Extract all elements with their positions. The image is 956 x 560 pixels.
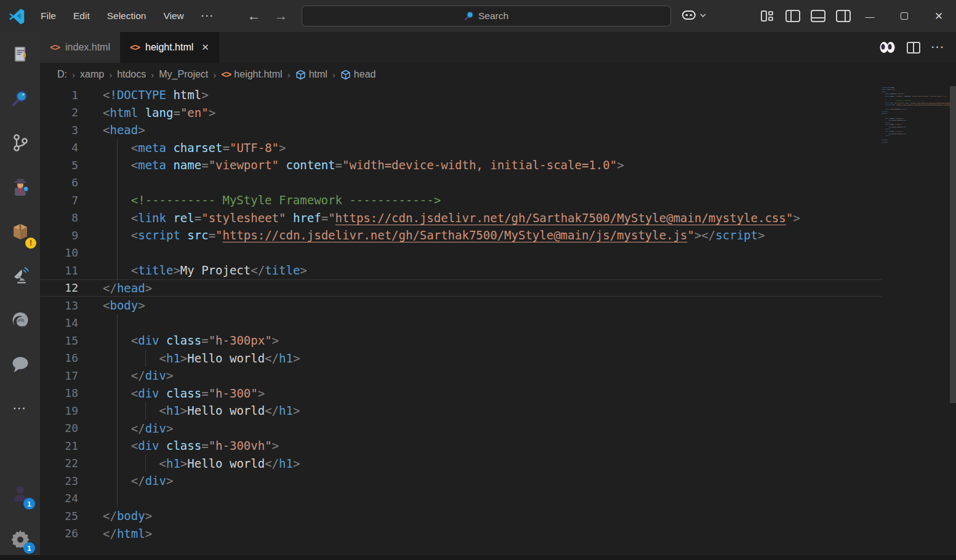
minimize-button[interactable]: — [853, 0, 887, 32]
activity-explorer[interactable] [0, 32, 40, 76]
breadcrumb-separator-icon: › [151, 70, 154, 80]
line-number: 6 [40, 176, 78, 189]
code-content: <h1>Hello world</h1> [78, 350, 882, 367]
vertical-scrollbar[interactable] [950, 86, 956, 560]
code-line[interactable]: 6 [40, 174, 882, 192]
maximize-button[interactable] [887, 0, 922, 32]
code-line[interactable]: 17</div> [40, 367, 882, 385]
code-content: <h1>Hello world</h1> [78, 455, 882, 473]
code-content: </html> [78, 525, 882, 543]
code-line[interactable]: 1<!DOCTYPE html> [40, 86, 882, 104]
line-number: 26 [40, 527, 78, 540]
vscode-logo-icon [8, 7, 25, 25]
breadcrumb-item-htdocs[interactable]: htdocs [117, 69, 146, 80]
activity-debug-detective[interactable] [0, 165, 40, 209]
activity-more[interactable]: ··· [0, 386, 40, 431]
code-content: <div class="h-300px"> [78, 332, 882, 350]
code-line[interactable]: 14 [40, 314, 882, 332]
more-icon: ··· [14, 403, 27, 414]
breadcrumb-item-d:[interactable]: D: [57, 69, 67, 80]
toggle-primary-sidebar-icon[interactable] [785, 10, 800, 22]
line-number: 13 [40, 299, 78, 312]
editor-actions: ··· [879, 32, 956, 63]
code-line[interactable]: 3<head> [40, 121, 882, 139]
code-editor[interactable]: 1<!DOCTYPE html>2<html lang="en">3<head>… [40, 86, 956, 560]
code-line[interactable]: 13<body> [40, 297, 882, 314]
code-line[interactable]: 11<title>My Project</title> [40, 262, 882, 279]
debug-detective-icon [10, 177, 31, 197]
tab-height.html[interactable]: <>height.html✕ [120, 32, 219, 63]
activity-edge-tools[interactable] [0, 298, 40, 342]
menu-overflow-button[interactable]: ··· [193, 0, 223, 32]
activity-remote-satellite[interactable] [0, 254, 40, 298]
line-number: 10 [40, 246, 78, 259]
code-line[interactable]: 9<script src="https://cdn.jsdelivr.net/g… [40, 226, 882, 244]
source-control-icon [11, 133, 30, 153]
code-line[interactable]: 4<meta charset="UTF-8"> [40, 139, 882, 157]
tab-index.html[interactable]: <>index.html [40, 32, 120, 63]
line-number: 16 [40, 351, 78, 364]
activity-search[interactable] [0, 76, 40, 121]
code-line[interactable]: 7<!---------- MyStyle Framework --------… [40, 191, 882, 209]
activity-account[interactable]: 1 [0, 471, 40, 516]
activity-extensions-package[interactable]: ! [0, 209, 40, 254]
menu-item-file[interactable]: File [32, 0, 65, 32]
remote-satellite-icon [10, 266, 30, 286]
close-button[interactable]: ✕ [922, 0, 956, 32]
tab-close-icon[interactable]: ✕ [201, 42, 209, 53]
line-number: 11 [40, 264, 78, 277]
code-line[interactable]: 19<h1>Hello world</h1> [40, 402, 882, 420]
breadcrumb-item-height.html[interactable]: <>height.html [221, 69, 282, 80]
breadcrumb-item-my_project[interactable]: My_Project [159, 69, 208, 80]
menu-item-edit[interactable]: Edit [65, 0, 98, 32]
code-line[interactable]: 2<html lang="en"> [40, 104, 882, 122]
indent-guide [117, 350, 118, 367]
line-number: 23 [40, 474, 78, 487]
customize-layout-icon[interactable] [761, 10, 775, 22]
activity-settings[interactable]: 1 [0, 516, 40, 560]
code-line[interactable]: 26</html> [40, 525, 882, 543]
code-line[interactable]: 21<div class="h-300vh"> [40, 437, 882, 455]
extensions-warning-badge: ! [25, 238, 36, 249]
code-line[interactable]: 5<meta name="viewport" content="width=de… [40, 156, 882, 174]
menu-item-view[interactable]: View [155, 0, 192, 32]
code-line[interactable]: 16<h1>Hello world</h1> [40, 350, 882, 367]
code-line[interactable]: 18<div class="h-300"> [40, 385, 882, 402]
code-line[interactable]: 10 [40, 244, 882, 262]
code-line[interactable]: 25</body> [40, 507, 882, 525]
code-line[interactable]: 23</div> [40, 472, 882, 490]
split-editor-icon[interactable] [907, 42, 920, 54]
activity-source-control[interactable] [0, 121, 40, 165]
breadcrumb-item-xamp[interactable]: xamp [80, 69, 104, 80]
chat-icon [10, 355, 30, 374]
breadcrumb: D:›xamp›htdocs›My_Project›<>height.html›… [40, 63, 956, 86]
line-number: 25 [40, 510, 78, 522]
vscode-window: FileEditSelectionView··· ← → Search [0, 0, 956, 560]
scrollbar-thumb[interactable] [950, 86, 956, 403]
breadcrumb-label: html [309, 69, 327, 80]
breadcrumb-label: D: [57, 69, 67, 80]
nav-back-button[interactable]: ← [247, 0, 260, 32]
nav-forward-button[interactable]: → [275, 0, 287, 32]
activity-chat[interactable] [0, 342, 40, 386]
search-icon [464, 11, 474, 21]
minimap[interactable]: <!DOCTYPE html><html lang="en"><head><me… [882, 86, 950, 271]
code-line[interactable]: 24 [40, 490, 882, 508]
indent-guide [117, 244, 118, 262]
toggle-panel-icon[interactable] [811, 10, 825, 22]
code-line[interactable]: 15<div class="h-300px"> [40, 332, 882, 350]
breadcrumb-item-html[interactable]: html [295, 69, 327, 80]
menu-item-selection[interactable]: Selection [98, 0, 155, 32]
code-line[interactable]: 8<link rel="stylesheet" href="https://cd… [40, 209, 882, 227]
code-line[interactable]: 20</div> [40, 420, 882, 438]
command-center-search[interactable]: Search [302, 6, 671, 26]
code-content [78, 314, 882, 332]
code-line[interactable]: 22<h1>Hello world</h1> [40, 455, 882, 473]
more-actions-icon[interactable]: ··· [931, 42, 945, 53]
breadcrumb-item-head[interactable]: head [340, 69, 376, 80]
copilot-menu[interactable] [681, 8, 707, 23]
toggle-secondary-sidebar-icon[interactable] [836, 10, 851, 22]
code-line[interactable]: 12</head> [40, 279, 882, 297]
eyes-icon[interactable] [879, 41, 896, 54]
code-content: <meta charset="UTF-8"> [78, 139, 882, 157]
